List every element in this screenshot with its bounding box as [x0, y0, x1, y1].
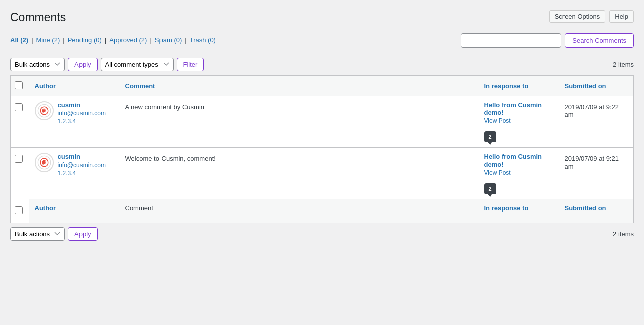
- select-all-checkbox[interactable]: [15, 81, 23, 89]
- author-info: cusmin info@cusmin.com 1.2.3.4: [58, 101, 106, 125]
- table-row: cusmin info@cusmin.com 1.2.3.4 A new com…: [11, 96, 634, 147]
- author-email[interactable]: info@cusmin.com: [58, 110, 106, 117]
- tablenav-top-left: Bulk actions Apply All comment types Fil…: [10, 58, 204, 71]
- table-body: cusmin info@cusmin.com 1.2.3.4 A new com…: [11, 96, 634, 199]
- response-title-link[interactable]: Hello from Cusmin demo!: [484, 153, 542, 168]
- author-info: cusmin info@cusmin.com 1.2.3.4: [58, 153, 106, 177]
- author-ip[interactable]: 1.2.3.4: [58, 118, 106, 125]
- search-comments-button[interactable]: Search Comments: [565, 33, 634, 48]
- comment-footer: Comment: [119, 199, 478, 223]
- author-footer[interactable]: Author: [29, 199, 119, 223]
- help-button[interactable]: Help: [609, 10, 634, 23]
- response-cell: Hello from Cusmin demo! View Post 2: [478, 147, 558, 199]
- row-checkbox-2[interactable]: [15, 155, 23, 163]
- response-cell: Hello from Cusmin demo! View Post 2: [478, 96, 558, 147]
- author-ip[interactable]: 1.2.3.4: [58, 170, 106, 177]
- svg-point-1: [43, 109, 46, 112]
- submitted-cell: 2019/07/09 at 9:21 am: [558, 147, 634, 199]
- table-footer-row: Author Comment In response to Submitted …: [11, 199, 634, 223]
- table-header-row: Author Comment In response to Submitted …: [11, 75, 634, 96]
- apply-button-bottom[interactable]: Apply: [68, 227, 98, 241]
- row-checkbox-cell: [11, 147, 29, 199]
- row-checkbox-cell: [11, 96, 29, 147]
- comment-type-select[interactable]: All comment types: [101, 58, 174, 71]
- tablenav-bottom-left: Bulk actions Apply: [10, 227, 98, 241]
- items-count-bottom: 2 items: [613, 230, 634, 238]
- author-name[interactable]: cusmin: [58, 153, 106, 160]
- author-avatar: [35, 153, 54, 172]
- select-all-header: [11, 75, 29, 96]
- author-cell: cusmin info@cusmin.com 1.2.3.4: [29, 96, 119, 147]
- filter-pending[interactable]: Pending (0): [68, 36, 102, 44]
- search-area: Search Comments: [461, 33, 634, 48]
- apply-button-top[interactable]: Apply: [68, 58, 98, 71]
- bulk-actions-select-top[interactable]: Bulk actions: [10, 58, 65, 71]
- items-count-top: 2 items: [613, 61, 634, 68]
- select-all-checkbox-bottom[interactable]: [15, 206, 23, 214]
- comment-cell: Welcome to Cusmin, comment!: [119, 147, 478, 199]
- comment-column-header: Comment: [119, 75, 478, 96]
- author-column-header[interactable]: Author: [29, 75, 119, 96]
- response-column-header[interactable]: In response to: [478, 75, 558, 96]
- author-name[interactable]: cusmin: [58, 101, 106, 109]
- page-header: Comments Screen Options Help: [10, 10, 634, 25]
- submitted-column-header[interactable]: Submitted on: [558, 75, 634, 96]
- comment-count-badge: 2: [484, 183, 496, 194]
- filter-button[interactable]: Filter: [177, 58, 204, 71]
- svg-point-3: [43, 161, 46, 164]
- page-title: Comments: [10, 10, 66, 25]
- screen-options-button[interactable]: Screen Options: [549, 10, 606, 23]
- author-email[interactable]: info@cusmin.com: [58, 161, 106, 169]
- row-checkbox-1[interactable]: [15, 103, 23, 111]
- response-title-link[interactable]: Hello from Cusmin demo!: [484, 101, 542, 116]
- filter-mine[interactable]: Mine (2): [36, 36, 60, 44]
- author-avatar: [35, 101, 54, 120]
- comments-table: Author Comment In response to Submitted …: [10, 75, 634, 223]
- filter-all[interactable]: All (2): [10, 36, 28, 44]
- select-all-footer: [11, 199, 29, 223]
- submitted-cell: 2019/07/09 at 9:22 am: [558, 96, 634, 147]
- filter-approved[interactable]: Approved (2): [109, 36, 147, 44]
- tablenav-bottom: Bulk actions Apply 2 items: [10, 227, 634, 241]
- bulk-actions-select-bottom[interactable]: Bulk actions: [10, 227, 65, 241]
- filter-trash[interactable]: Trash (0): [190, 36, 216, 44]
- comment-count-badge: 2: [484, 131, 496, 142]
- tablenav-top: Bulk actions Apply All comment types Fil…: [10, 58, 634, 71]
- filter-spam[interactable]: Spam (0): [155, 36, 182, 44]
- submitted-footer[interactable]: Submitted on: [558, 199, 634, 223]
- filter-links: All (2) | Mine (2) | Pending (0) | Appro…: [10, 36, 216, 44]
- response-footer[interactable]: In response to: [478, 199, 558, 223]
- comment-cell: A new comment by Cusmin: [119, 96, 478, 147]
- table-row: cusmin info@cusmin.com 1.2.3.4 Welcome t…: [11, 147, 634, 199]
- view-post-link[interactable]: View Post: [484, 117, 552, 124]
- author-cell: cusmin info@cusmin.com 1.2.3.4: [29, 147, 119, 199]
- view-post-link[interactable]: View Post: [484, 169, 552, 176]
- search-input[interactable]: [461, 33, 561, 48]
- top-right-buttons: Screen Options Help: [549, 10, 634, 23]
